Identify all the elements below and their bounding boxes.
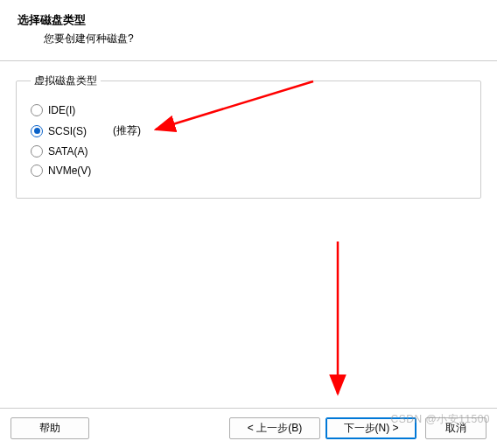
cancel-button[interactable]: 取消 — [425, 417, 486, 439]
radio-icon[interactable] — [31, 145, 43, 158]
radio-option-nvme[interactable]: NVMe(V) — [31, 164, 466, 177]
page-title: 选择磁盘类型 — [18, 12, 480, 28]
radio-option-sata[interactable]: SATA(A) — [31, 145, 466, 158]
group-legend: 虚拟磁盘类型 — [31, 74, 101, 88]
next-button[interactable]: 下一步(N) > — [326, 417, 416, 439]
wizard-header: 选择磁盘类型 您要创建何种磁盘? — [0, 0, 497, 55]
radio-label: SATA(A) — [48, 145, 88, 158]
radio-icon[interactable] — [31, 104, 43, 116]
radio-label: NVMe(V) — [48, 164, 91, 177]
page-subtitle: 您要创建何种磁盘? — [44, 32, 480, 46]
radio-label: IDE(I) — [48, 104, 75, 116]
radio-option-ide[interactable]: IDE(I) — [31, 104, 466, 116]
help-button[interactable]: 帮助 — [10, 417, 89, 439]
back-button[interactable]: < 上一步(B) — [229, 417, 320, 439]
disk-type-group: 虚拟磁盘类型 IDE(I) SCSI(S) (推荐) SATA(A) NVMe(… — [16, 74, 481, 199]
wizard-footer: 帮助 < 上一步(B) 下一步(N) > 取消 — [0, 408, 497, 448]
content-area: 虚拟磁盘类型 IDE(I) SCSI(S) (推荐) SATA(A) NVMe(… — [0, 61, 497, 211]
recommend-text: (推荐) — [113, 123, 141, 138]
radio-label: SCSI(S) — [48, 125, 87, 137]
radio-icon[interactable] — [31, 125, 43, 137]
radio-icon[interactable] — [31, 164, 43, 177]
radio-option-scsi[interactable]: SCSI(S) (推荐) — [31, 123, 466, 138]
